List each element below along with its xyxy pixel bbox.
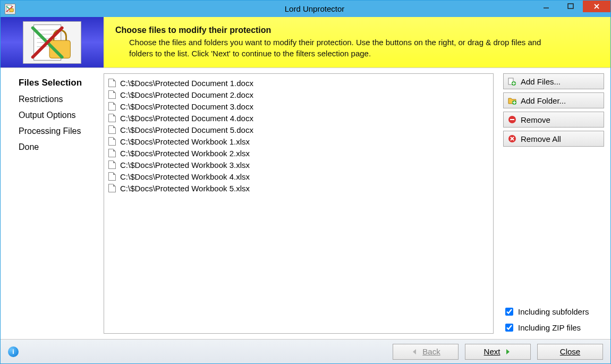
header-text-panel: Choose files to modify their protection … xyxy=(104,17,610,67)
action-panel-spacer xyxy=(503,150,604,302)
include-subfolders-checkbox[interactable]: Including subfolders xyxy=(503,305,604,318)
maximize-button[interactable] xyxy=(558,1,583,12)
content-area: C:\$Docs\Protected Document 1.docxC:\$Do… xyxy=(104,68,610,339)
svg-rect-3 xyxy=(10,9,13,12)
file-path-label: C:\$Docs\Protected Document 2.docx xyxy=(120,90,253,99)
close-button[interactable] xyxy=(583,1,610,12)
close-label: Close xyxy=(560,347,580,356)
remove-button[interactable]: Remove xyxy=(503,112,604,128)
document-icon xyxy=(108,79,116,87)
file-list-item[interactable]: C:\$Docs\Protected Workbook 5.xlsx xyxy=(108,182,489,194)
document-icon xyxy=(108,149,116,157)
remove-all-button[interactable]: Remove All xyxy=(503,131,604,147)
header-description: Choose the files and folders you want to… xyxy=(129,37,544,59)
remove-label: Remove xyxy=(521,115,550,124)
titlebar: Lord Unprotector xyxy=(1,1,610,17)
footer: i Back Next Close xyxy=(1,339,610,363)
wizard-step[interactable]: Processing Files xyxy=(19,126,99,136)
file-list-item[interactable]: C:\$Docs\Protected Workbook 1.xlsx xyxy=(108,136,489,147)
file-path-label: C:\$Docs\Protected Document 4.docx xyxy=(120,114,253,123)
add-files-button[interactable]: Add Files... xyxy=(503,73,604,89)
back-button: Back xyxy=(393,344,459,360)
arrow-left-icon xyxy=(411,348,419,356)
file-path-label: C:\$Docs\Protected Workbook 1.xlsx xyxy=(120,137,250,146)
svg-rect-21 xyxy=(510,119,514,120)
file-path-label: C:\$Docs\Protected Workbook 5.xlsx xyxy=(120,184,250,193)
include-subfolders-label: Including subfolders xyxy=(518,307,589,316)
file-path-label: C:\$Docs\Protected Document 5.docx xyxy=(120,125,253,134)
window-title: Lord Unprotector xyxy=(19,4,610,13)
document-icon xyxy=(108,137,116,146)
file-list-item[interactable]: C:\$Docs\Protected Document 4.docx xyxy=(108,112,489,124)
file-path-label: C:\$Docs\Protected Document 1.docx xyxy=(120,79,253,88)
minimize-button[interactable] xyxy=(534,1,558,12)
add-files-label: Add Files... xyxy=(521,77,561,86)
app-icon xyxy=(5,4,15,14)
file-list-item[interactable]: C:\$Docs\Protected Document 2.docx xyxy=(108,89,489,100)
file-list-item[interactable]: C:\$Docs\Protected Document 5.docx xyxy=(108,124,489,136)
file-path-label: C:\$Docs\Protected Workbook 4.xlsx xyxy=(120,172,250,181)
file-list[interactable]: C:\$Docs\Protected Document 1.docxC:\$Do… xyxy=(104,73,494,334)
next-button[interactable]: Next xyxy=(465,344,531,360)
remove-all-icon xyxy=(508,134,516,143)
file-path-label: C:\$Docs\Protected Workbook 3.xlsx xyxy=(120,160,250,170)
document-icon xyxy=(108,114,116,122)
action-panel: Add Files... Add Folder... xyxy=(503,73,604,334)
document-icon xyxy=(108,90,116,99)
include-zip-label: Including ZIP files xyxy=(518,323,581,332)
remove-all-label: Remove All xyxy=(521,134,561,143)
file-list-item[interactable]: C:\$Docs\Protected Document 1.docx xyxy=(108,77,489,89)
add-folder-label: Add Folder... xyxy=(521,96,566,105)
wizard-step[interactable]: Done xyxy=(19,142,99,152)
svg-rect-5 xyxy=(568,4,573,9)
remove-icon xyxy=(508,115,516,124)
include-zip-input[interactable] xyxy=(505,324,513,332)
app-window: Lord Unprotector xyxy=(0,0,611,364)
add-folder-icon xyxy=(508,96,516,105)
help-icon[interactable]: i xyxy=(8,346,19,357)
add-files-icon xyxy=(508,77,516,86)
wizard-steps-sidebar: Files SelectionRestrictionsOutput Option… xyxy=(1,68,104,339)
include-subfolders-input[interactable] xyxy=(505,308,513,316)
arrow-right-icon xyxy=(503,348,512,356)
file-list-item[interactable]: C:\$Docs\Protected Workbook 4.xlsx xyxy=(108,171,489,182)
wizard-step[interactable]: Output Options xyxy=(19,111,99,120)
main-area: Files SelectionRestrictionsOutput Option… xyxy=(1,68,610,339)
file-list-item[interactable]: C:\$Docs\Protected Workbook 2.xlsx xyxy=(108,147,489,159)
header-artwork-icon xyxy=(23,21,81,64)
file-list-item[interactable]: C:\$Docs\Protected Document 3.docx xyxy=(108,100,489,112)
document-icon xyxy=(108,160,116,169)
next-label: Next xyxy=(484,347,500,356)
header-banner: Choose files to modify their protection … xyxy=(1,17,610,68)
file-list-item[interactable]: C:\$Docs\Protected Workbook 3.xlsx xyxy=(108,159,489,171)
header-icon-panel xyxy=(1,17,104,67)
document-icon xyxy=(108,102,116,111)
document-icon xyxy=(108,184,116,192)
document-icon xyxy=(108,125,116,134)
file-path-label: C:\$Docs\Protected Workbook 2.xlsx xyxy=(120,149,250,158)
document-icon xyxy=(108,172,116,181)
wizard-step[interactable]: Files Selection xyxy=(19,78,99,88)
window-controls xyxy=(534,1,610,17)
header-title: Choose files to modify their protection xyxy=(115,26,599,35)
close-footer-button[interactable]: Close xyxy=(537,344,603,360)
add-folder-button[interactable]: Add Folder... xyxy=(503,92,604,108)
back-label: Back xyxy=(422,347,440,356)
include-zip-checkbox[interactable]: Including ZIP files xyxy=(503,321,604,334)
file-path-label: C:\$Docs\Protected Document 3.docx xyxy=(120,102,253,111)
wizard-step[interactable]: Restrictions xyxy=(19,95,99,104)
